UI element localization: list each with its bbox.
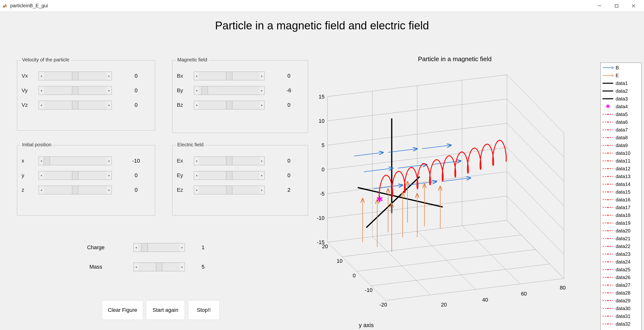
legend-swatch xyxy=(602,290,614,295)
maximize-button[interactable] xyxy=(608,0,625,12)
slider-track[interactable] xyxy=(199,86,260,95)
charge-slider[interactable]: ◂▸ xyxy=(134,243,185,252)
charge-row: Charge ◂▸1 xyxy=(78,242,223,253)
legend-swatch xyxy=(602,143,614,148)
slider-right-arrow[interactable]: ▸ xyxy=(260,72,264,80)
initial-slider-z[interactable]: ◂▸ xyxy=(38,186,112,194)
slider-right-arrow[interactable]: ▸ xyxy=(260,101,264,109)
clear-figure-button[interactable]: Clear Figure xyxy=(102,300,143,320)
slider-thumb[interactable] xyxy=(226,72,232,80)
slider-track[interactable] xyxy=(44,72,107,80)
velocity-slider-vz[interactable]: ◂▸ xyxy=(38,101,112,110)
electric-slider-ex[interactable]: ◂▸ xyxy=(194,156,265,165)
magnetic-slider-bx[interactable]: ◂▸ xyxy=(194,72,265,80)
minimize-button[interactable] xyxy=(591,0,608,12)
page-title: Particle in a magnetic field and electri… xyxy=(0,19,644,32)
slider-track[interactable] xyxy=(199,186,260,194)
slider-left-arrow[interactable]: ◂ xyxy=(194,86,199,95)
slider-left-arrow[interactable]: ◂ xyxy=(39,72,44,80)
magnetic-slider-by[interactable]: ◂▸ xyxy=(194,86,265,95)
slider-track[interactable] xyxy=(44,171,107,180)
svg-point-83 xyxy=(607,238,608,239)
slider-thumb[interactable] xyxy=(156,263,162,271)
initial-position-panel: Initial position x◂▸-10y◂▸0z◂▸0 xyxy=(17,145,155,216)
y-tick-label: 10 xyxy=(337,258,342,264)
plot-axes: -15-10-5051015 -20-1001020 20406080 y ax… xyxy=(306,68,575,330)
slider-track[interactable] xyxy=(44,157,107,165)
legend-label: data5 xyxy=(616,112,640,117)
slider-left-arrow[interactable]: ◂ xyxy=(39,101,44,109)
param-value: 0 xyxy=(126,187,146,193)
slider-thumb[interactable] xyxy=(142,244,148,252)
slider-left-arrow[interactable]: ◂ xyxy=(194,101,199,109)
slider-thumb[interactable] xyxy=(72,101,78,109)
svg-point-57 xyxy=(607,137,608,138)
svg-point-69 xyxy=(607,184,608,185)
slider-track[interactable] xyxy=(199,72,260,80)
electric-slider-ez[interactable]: ◂▸ xyxy=(194,186,265,194)
legend-swatch xyxy=(602,306,614,311)
close-button[interactable] xyxy=(625,0,642,12)
slider-track[interactable] xyxy=(138,244,180,252)
mass-slider[interactable]: ◂▸ xyxy=(134,262,185,271)
legend-swatch xyxy=(602,244,614,249)
legend-label: data33 xyxy=(616,329,640,330)
velocity-slider-vy[interactable]: ◂▸ xyxy=(38,86,112,95)
slider-right-arrow[interactable]: ▸ xyxy=(107,101,112,109)
slider-right-arrow[interactable]: ▸ xyxy=(107,86,112,95)
legend-entry: data21 xyxy=(602,235,640,242)
initial-slider-x[interactable]: ◂▸ xyxy=(38,156,112,165)
slider-right-arrow[interactable]: ▸ xyxy=(107,157,112,165)
initial-slider-y[interactable]: ◂▸ xyxy=(38,171,112,180)
slider-left-arrow[interactable]: ◂ xyxy=(194,72,199,80)
svg-point-55 xyxy=(607,129,608,130)
slider-thumb[interactable] xyxy=(72,86,78,95)
stop-button[interactable]: Stop!! xyxy=(188,300,220,320)
slider-right-arrow[interactable]: ▸ xyxy=(107,186,112,194)
slider-left-arrow[interactable]: ◂ xyxy=(134,263,138,271)
slider-thumb[interactable] xyxy=(226,157,232,165)
slider-left-arrow[interactable]: ◂ xyxy=(194,157,199,165)
electric-slider-ey[interactable]: ◂▸ xyxy=(194,171,265,180)
slider-right-arrow[interactable]: ▸ xyxy=(260,86,264,95)
slider-track[interactable] xyxy=(199,171,260,180)
slider-left-arrow[interactable]: ◂ xyxy=(134,244,138,252)
param-value: 0 xyxy=(126,73,146,79)
magnetic-slider-bz[interactable]: ◂▸ xyxy=(194,101,265,110)
slider-left-arrow[interactable]: ◂ xyxy=(39,186,44,194)
slider-track[interactable] xyxy=(199,157,260,165)
slider-left-arrow[interactable]: ◂ xyxy=(194,186,199,194)
slider-thumb[interactable] xyxy=(72,72,78,80)
slider-thumb[interactable] xyxy=(72,171,78,180)
slider-thumb[interactable] xyxy=(72,186,78,194)
slider-track[interactable] xyxy=(138,263,180,271)
start-again-button[interactable]: Start again xyxy=(146,300,185,320)
slider-right-arrow[interactable]: ▸ xyxy=(260,186,264,194)
svg-point-87 xyxy=(607,254,608,255)
slider-right-arrow[interactable]: ▸ xyxy=(180,244,184,252)
slider-right-arrow[interactable]: ▸ xyxy=(260,157,264,165)
slider-left-arrow[interactable]: ◂ xyxy=(39,86,44,95)
slider-track[interactable] xyxy=(44,186,107,194)
slider-right-arrow[interactable]: ▸ xyxy=(260,171,264,180)
plot-3d[interactable]: Particle in a magnetic field xyxy=(306,55,604,330)
velocity-slider-vx[interactable]: ◂▸ xyxy=(38,72,112,80)
legend-entry: data3 xyxy=(602,95,640,103)
slider-right-arrow[interactable]: ▸ xyxy=(180,263,184,271)
main-area: Particle in a magnetic field and electri… xyxy=(0,12,644,330)
slider-thumb[interactable] xyxy=(44,157,50,165)
slider-thumb[interactable] xyxy=(226,101,232,109)
slider-thumb[interactable] xyxy=(202,86,208,95)
slider-left-arrow[interactable]: ◂ xyxy=(39,171,44,180)
slider-track[interactable] xyxy=(199,101,260,109)
slider-track[interactable] xyxy=(44,86,107,95)
slider-left-arrow[interactable]: ◂ xyxy=(39,157,44,165)
legend-swatch xyxy=(602,166,614,171)
slider-thumb[interactable] xyxy=(226,186,232,194)
legend-swatch xyxy=(602,190,614,194)
slider-thumb[interactable] xyxy=(226,171,232,180)
slider-right-arrow[interactable]: ▸ xyxy=(107,72,112,80)
slider-left-arrow[interactable]: ◂ xyxy=(194,171,199,180)
slider-right-arrow[interactable]: ▸ xyxy=(107,171,112,180)
slider-track[interactable] xyxy=(44,101,107,109)
